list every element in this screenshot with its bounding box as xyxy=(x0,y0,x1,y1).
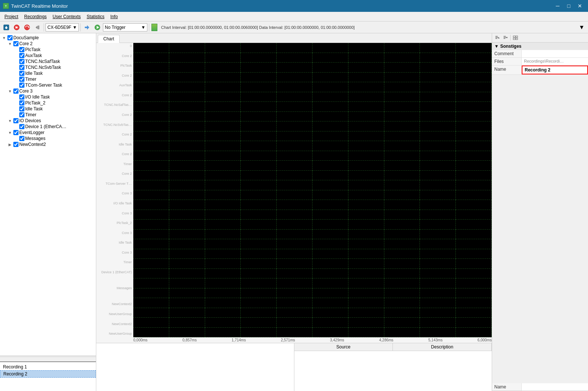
chart-tab[interactable]: Chart xyxy=(98,35,120,43)
grid-cell xyxy=(313,298,348,308)
tree-item[interactable]: ▼DocuSample xyxy=(0,35,96,41)
toolbar-btn-3[interactable] xyxy=(22,23,32,32)
tree-item[interactable]: Idle Task xyxy=(0,70,96,76)
tree-checkbox[interactable] xyxy=(19,124,24,129)
toolbar-btn-1[interactable] xyxy=(1,23,11,32)
bottom-left-panel xyxy=(96,343,294,391)
grid-cell xyxy=(348,318,384,328)
tree-item[interactable]: Idle Task xyxy=(0,106,96,112)
minimize-button[interactable]: ─ xyxy=(552,2,563,10)
grid-cell xyxy=(241,141,277,151)
category-view-btn[interactable] xyxy=(512,34,519,41)
tree-checkbox[interactable] xyxy=(19,71,24,76)
tree-item[interactable]: ▼IO Devices xyxy=(0,118,96,124)
tree-item[interactable]: PlcTask xyxy=(0,47,96,53)
sort-desc-btn[interactable] xyxy=(502,34,509,41)
tree-checkbox[interactable] xyxy=(13,118,19,123)
tree-item[interactable]: Device 1 (EtherCA… xyxy=(0,124,96,130)
tree-toggle-icon[interactable]: ▼ xyxy=(7,41,13,46)
grid-cell xyxy=(133,180,169,190)
toolbar-btn-4[interactable] xyxy=(33,23,42,32)
toolbar-scroll-btn[interactable]: ▼ xyxy=(577,23,587,32)
tree-item[interactable]: Timer xyxy=(0,112,96,118)
grid-cell xyxy=(384,141,420,151)
grid-cell xyxy=(241,230,277,240)
property-value[interactable]: Recording 2 xyxy=(522,66,588,74)
tree-checkbox[interactable] xyxy=(13,41,19,46)
grid-cell xyxy=(384,230,420,240)
recording-item[interactable]: Recording 1 xyxy=(0,364,96,370)
tree-hscroll[interactable] xyxy=(0,355,96,361)
tree-checkbox[interactable] xyxy=(13,88,19,94)
device-select[interactable]: CX-6D5E9F ▼ xyxy=(46,23,79,31)
tree-item[interactable]: Timer xyxy=(0,76,96,82)
menu-bar: ProjectRecordingsUser ContextsStatistics… xyxy=(0,12,588,21)
tree-checkbox[interactable] xyxy=(19,77,24,82)
chart-area[interactable] xyxy=(133,43,492,337)
tree-item[interactable]: ▶NewContext2 xyxy=(0,141,96,147)
chart-wrapper: 0Core 2PlcTaskCore 2AuxTaskCore 2TCNC.Nc… xyxy=(96,43,492,337)
tree-toggle-icon[interactable]: ▼ xyxy=(7,130,13,135)
toolbar-btn-2[interactable] xyxy=(12,23,21,32)
description-col-header: Description xyxy=(393,343,492,351)
grid-cell xyxy=(384,73,420,83)
grid-cell xyxy=(133,210,169,220)
tree-checkbox[interactable] xyxy=(13,130,19,135)
grid-cell xyxy=(420,82,456,92)
grid-cell xyxy=(169,180,205,190)
tree-toggle-icon[interactable]: ▼ xyxy=(7,88,13,94)
tree-item[interactable]: I/O Idle Task xyxy=(0,94,96,100)
tree-checkbox[interactable] xyxy=(19,47,24,52)
tree-checkbox[interactable] xyxy=(19,94,24,100)
menu-item-project[interactable]: Project xyxy=(1,13,21,20)
tree-item[interactable]: ▼EventLogger xyxy=(0,130,96,136)
grid-cell xyxy=(133,318,169,328)
tree-item[interactable]: TCNC.NcSafTask xyxy=(0,59,96,64)
tree-checkbox[interactable] xyxy=(13,142,19,147)
toolbar-play-btn[interactable] xyxy=(93,23,102,32)
tree-container[interactable]: ▼DocuSample▼Core 2PlcTaskAuxTaskTCNC.NcS… xyxy=(0,33,96,355)
grid-cell xyxy=(277,43,313,53)
tree-toggle-icon[interactable]: ▼ xyxy=(1,35,7,40)
grid-cell xyxy=(384,131,420,141)
maximize-button[interactable]: □ xyxy=(564,2,574,10)
grid-cell xyxy=(205,249,241,259)
sort-asc-btn[interactable] xyxy=(494,34,501,41)
grid-cell xyxy=(456,230,492,240)
tree-checkbox[interactable] xyxy=(19,106,24,111)
tree-item[interactable]: PlcTask_2 xyxy=(0,100,96,106)
grid-cell xyxy=(277,308,313,318)
grid-cell xyxy=(456,82,492,92)
menu-item-user-contexts[interactable]: User Contexts xyxy=(50,13,84,20)
tree-checkbox[interactable] xyxy=(19,83,24,88)
collapse-icon[interactable]: ▼ xyxy=(494,44,499,49)
svg-rect-4 xyxy=(6,28,7,29)
menu-item-recordings[interactable]: Recordings xyxy=(21,13,50,20)
tree-item[interactable]: TCNC.NcSvbTask xyxy=(0,64,96,70)
svg-rect-25 xyxy=(516,38,518,40)
grid-cell xyxy=(133,239,169,249)
trigger-select[interactable]: No Trigger ▼ xyxy=(103,23,147,31)
toolbar-nav-btn[interactable] xyxy=(82,23,92,32)
grid-cell xyxy=(384,180,420,190)
tree-checkbox[interactable] xyxy=(19,136,24,141)
tree-toggle-icon[interactable]: ▶ xyxy=(7,142,13,147)
close-button[interactable]: ✕ xyxy=(575,2,585,10)
tree-checkbox[interactable] xyxy=(19,53,24,58)
menu-item-statistics[interactable]: Statistics xyxy=(84,13,107,20)
tree-checkbox[interactable] xyxy=(19,59,24,64)
tree-item[interactable]: ▼Core 2 xyxy=(0,41,96,47)
recording-item[interactable]: Recording 2 xyxy=(0,370,96,378)
tree-toggle-icon[interactable]: ▼ xyxy=(7,118,13,123)
tree-item[interactable]: ▼Core 3 xyxy=(0,88,96,94)
tree-item[interactable]: TCom-Server Task xyxy=(0,82,96,88)
y-axis-label: Core 3 xyxy=(96,192,133,196)
grid-cell xyxy=(133,220,169,230)
menu-item-info[interactable]: Info xyxy=(107,13,121,20)
tree-checkbox[interactable] xyxy=(7,35,13,40)
tree-checkbox[interactable] xyxy=(19,112,24,117)
tree-checkbox[interactable] xyxy=(19,65,24,70)
tree-checkbox[interactable] xyxy=(19,100,24,106)
tree-item[interactable]: Messages xyxy=(0,136,96,141)
tree-item[interactable]: AuxTask xyxy=(0,53,96,59)
